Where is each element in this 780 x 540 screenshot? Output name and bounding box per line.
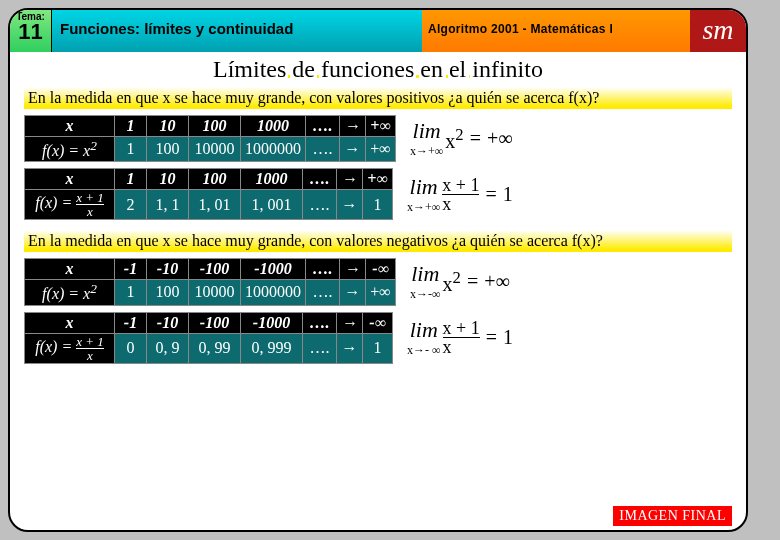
table-frac-positive: x 1 10 100 1000 …. → +∞ f(x) = x + 1x 2 … [24,168,393,220]
header: Tema: 11 Funciones: límites y continuida… [10,10,746,52]
slide: sm Tema: 11 Funciones: límites y continu… [8,8,748,532]
row-2: x 1 10 100 1000 …. → +∞ f(x) = x + 1x 2 … [24,168,732,220]
page-title: Límites de funciones en el infinito [10,56,746,83]
limit-frac-neginf: limx→- ∞ x + 1x =1 [407,317,513,358]
tema-badge: Tema: 11 [10,10,52,52]
row-1: x 1 10 100 1000 …. → +∞ f(x) = x2 1 100 … [24,115,732,162]
table-x2-negative: x -1 -10 -100 -1000 …. → -∞ f(x) = x2 1 … [24,258,396,305]
table-x2-positive: x 1 10 100 1000 …. → +∞ f(x) = x2 1 100 … [24,115,396,162]
publisher-logo: sm [690,10,746,52]
tema-number: 11 [10,22,51,42]
final-image-button[interactable]: IMAGEN FINAL [613,506,732,526]
question-negative: En la medida en que x se hace muy grande… [24,230,732,252]
row-label-x: x [25,116,115,137]
table-frac-negative: x -1 -10 -100 -1000 …. → -∞ f(x) = x + 1… [24,312,393,364]
limit-x2-neginf: limx→-∞ x2 =+∞ [410,261,510,302]
row-3: x -1 -10 -100 -1000 …. → -∞ f(x) = x2 1 … [24,258,732,305]
row-label-fx: f(x) = x2 [25,137,115,162]
row-4: x -1 -10 -100 -1000 …. → -∞ f(x) = x + 1… [24,312,732,364]
limit-frac-posinf: limx→+∞ x + 1x =1 [407,174,513,215]
limit-x2-posinf: limx→+∞ x2 =+∞ [410,118,512,159]
question-positive: En la medida en que x se hace muy grande… [24,87,732,109]
source-label: Algoritmo 2001 - Matemáticas I [422,10,690,52]
topic-title: Funciones: límites y continuidad [52,10,422,52]
